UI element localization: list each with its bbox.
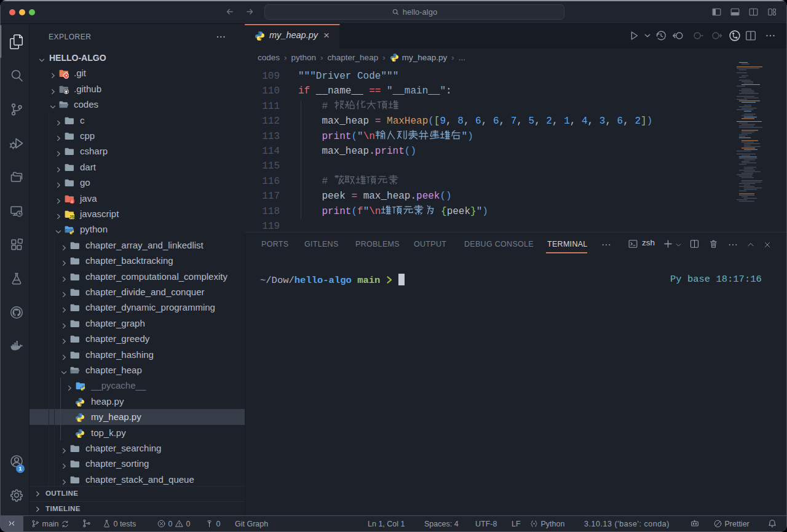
- svg-text:JS: JS: [69, 215, 74, 219]
